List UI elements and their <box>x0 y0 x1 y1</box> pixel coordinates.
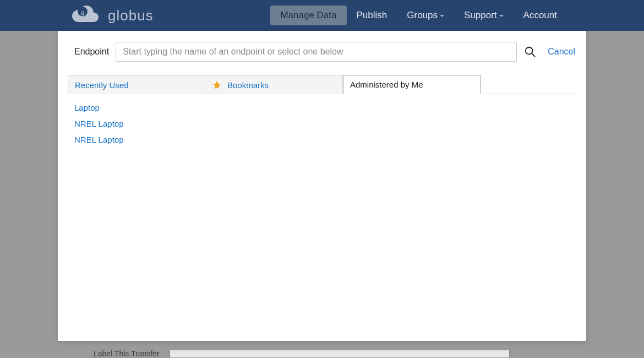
cancel-link[interactable]: Cancel <box>548 47 575 57</box>
nav-manage-data[interactable]: Manage Data <box>270 6 346 25</box>
main-nav: Manage Data Publish Groups Support Accou… <box>270 6 567 25</box>
tab-label: Administered by Me <box>350 80 423 89</box>
nav-label: Manage Data <box>280 10 336 21</box>
endpoint-tabs: Recently Used Bookmarks Administered by … <box>68 75 576 94</box>
endpoint-picker-modal: Endpoint Cancel Recently Used Bookmarks … <box>58 31 586 341</box>
search-button[interactable] <box>523 45 537 58</box>
nav-label: Publish <box>357 10 388 21</box>
tab-administered-by-me[interactable]: Administered by Me <box>343 75 481 94</box>
globus-cloud-icon: g <box>69 4 102 27</box>
endpoint-item[interactable]: Laptop <box>74 100 570 116</box>
nav-label: Support <box>464 10 497 21</box>
nav-publish[interactable]: Publish <box>347 6 397 25</box>
svg-line-3 <box>532 53 535 57</box>
chevron-down-icon <box>440 15 444 17</box>
nav-label: Groups <box>407 10 438 21</box>
transfer-label-input-bg <box>170 350 510 357</box>
endpoint-search-input[interactable] <box>116 42 517 62</box>
svg-text:g: g <box>81 8 85 17</box>
nav-groups[interactable]: Groups <box>397 6 454 25</box>
star-icon <box>212 80 222 90</box>
brand-logo[interactable]: g globus <box>69 4 154 27</box>
transfer-label-text: Label This Transfer <box>94 349 160 358</box>
background-transfer-label-row: Label This Transfer <box>94 349 510 358</box>
endpoint-label: Endpoint <box>74 47 109 57</box>
nav-label: Account <box>523 10 557 21</box>
endpoint-item[interactable]: NREL Laptop <box>74 116 570 132</box>
svg-point-2 <box>526 47 533 55</box>
tab-label: Bookmarks <box>227 80 269 90</box>
endpoint-item[interactable]: NREL Laptop <box>74 132 570 148</box>
tab-bookmarks[interactable]: Bookmarks <box>205 75 343 94</box>
tab-recently-used[interactable]: Recently Used <box>68 75 205 94</box>
brand-text: globus <box>108 7 154 24</box>
top-nav-header: g globus Manage Data Publish Groups Supp… <box>0 0 644 31</box>
nav-account[interactable]: Account <box>514 6 567 25</box>
endpoint-list: Laptop NREL Laptop NREL Laptop <box>58 94 586 153</box>
endpoint-search-row: Endpoint Cancel <box>58 31 586 68</box>
nav-support[interactable]: Support <box>454 6 514 25</box>
search-icon <box>524 46 536 58</box>
tab-label: Recently Used <box>75 80 129 90</box>
chevron-down-icon <box>499 15 504 17</box>
